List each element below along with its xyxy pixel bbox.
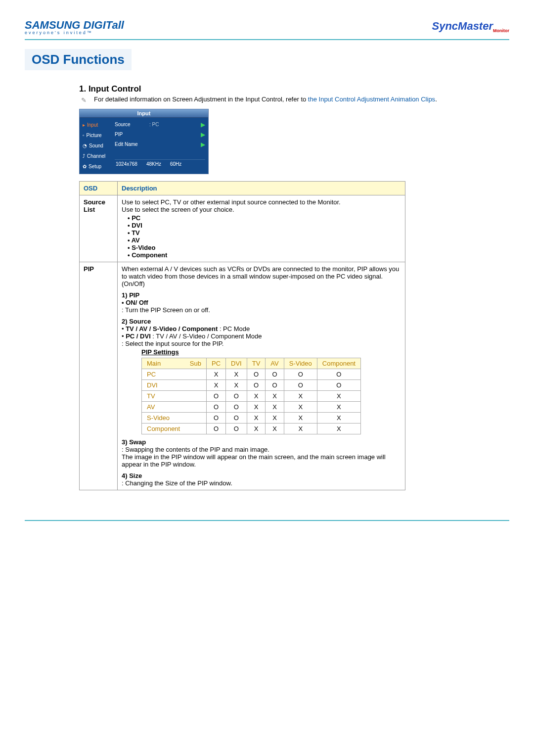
osd-row-editname: Edit Name▶ — [115, 140, 205, 149]
cell-source-desc: Use to select PC, TV or other external i… — [118, 195, 405, 262]
osd-row-pip: PIP▶ — [115, 130, 205, 140]
pip-2-b2: • PC / DVI : TV / AV / S-Video / Compone… — [122, 332, 401, 340]
note-icon: ✎ — [81, 96, 87, 105]
intro-text: For detailed information on Screen Adjus… — [94, 95, 308, 103]
arrow-right-icon: ▶ — [201, 131, 205, 138]
page-title: OSD Functions — [25, 49, 132, 70]
pip-row-tv: TVOOXXXX — [142, 390, 361, 401]
pip-table-corner: Sub Main — [142, 358, 207, 369]
arrow-right-icon: ▶ — [201, 141, 205, 148]
row-source-list: Source List Use to select PC, TV or othe… — [80, 195, 405, 262]
pip-4-title: 4) Size — [122, 472, 401, 479]
pip-3-l2: The image in the PIP window will appear … — [122, 453, 401, 468]
cell-pip-desc: When external A / V devices such as VCRs… — [118, 262, 405, 490]
pip-settings-table: Sub Main PC DVI TV AV S-Video Component … — [141, 358, 361, 434]
syncmaster-logo: SyncMaster — [432, 20, 493, 32]
pip-2-b1: • TV / AV / S-Video / Component : PC Mod… — [122, 325, 401, 332]
source-items: PC DVI TV AV S-Video Component — [128, 214, 401, 259]
header-divider — [25, 39, 509, 40]
pip-3-title: 3) Swap — [122, 438, 401, 446]
page-header: SAMSUNG DIGITall everyone's invited™ Syn… — [25, 20, 509, 35]
pip-row-component: ComponentOOXXXX — [142, 423, 361, 434]
osd-row-source: Source: PC▶ — [115, 120, 205, 130]
arrow-right-icon: ▶ — [201, 121, 205, 128]
brand-left: SAMSUNG DIGITall everyone's invited™ — [25, 20, 124, 35]
pip-3-l1: : Swapping the contents of the PIP and m… — [122, 446, 401, 453]
pip-1-title: 1) PIP — [122, 291, 401, 299]
osd-side-picture: ▫ Picture — [80, 130, 112, 141]
intro-link[interactable]: the Input Control Adjustment Animation C… — [308, 95, 435, 103]
osd-side-input: ▸ Input — [80, 120, 112, 130]
monitor-sub: Monitor — [493, 28, 509, 33]
pip-row-dvi: DVIXXOOOO — [142, 379, 361, 390]
row-pip: PIP When external A / V devices such as … — [80, 262, 405, 490]
pip-1-bullet: • ON/ Off — [122, 299, 401, 306]
osd-title: Input — [80, 109, 208, 118]
brand-right: SyncMasterMonitor — [432, 20, 509, 33]
pip-1-desc: : Turn the PIP Screen on or off. — [122, 306, 401, 314]
footer-divider — [25, 520, 509, 521]
pip-2-desc: : Select the input source for the PIP. — [122, 340, 401, 347]
pip-2-title: 2) Source — [122, 318, 401, 325]
cell-pip-name: PIP — [80, 262, 118, 490]
col-osd: OSD — [80, 181, 118, 195]
pip-settings-caption: PIP Settings — [141, 348, 401, 356]
osd-side-channel: ⤴ Channel — [80, 151, 112, 161]
cell-source-name: Source List — [80, 195, 118, 262]
brand-left-tag: everyone's invited™ — [25, 31, 124, 35]
section-intro: ✎ For detailed information on Screen Adj… — [94, 95, 509, 104]
section-heading: 1. Input Control — [79, 84, 509, 94]
osd-sidebar: ▸ Input ▫ Picture ◔ Sound ⤴ Channel ✿ Se… — [80, 118, 112, 174]
pip-4-l1: : Changing the Size of the PIP window. — [122, 479, 401, 487]
samsung-logo: SAMSUNG DIGITall — [25, 19, 124, 31]
osd-description-table: OSD Description Source List Use to selec… — [79, 181, 405, 490]
osd-status-bar: 1024x768 48KHz 60Hz — [115, 159, 205, 168]
col-description: Description — [118, 181, 405, 195]
osd-screenshot: Input ▸ Input ▫ Picture ◔ Sound ⤴ Channe… — [79, 109, 209, 174]
pip-row-pc: PCXXOOOO — [142, 369, 361, 379]
intro-period: . — [435, 95, 437, 103]
osd-main: Source: PC▶ PIP▶ Edit Name▶ 1024x768 48K… — [112, 118, 208, 174]
osd-side-setup: ✿ Setup — [80, 161, 112, 172]
pip-row-svideo: S-VideoOOXXXX — [142, 412, 361, 423]
osd-side-sound: ◔ Sound — [80, 141, 112, 151]
pip-row-av: AVOOXXXX — [142, 401, 361, 412]
